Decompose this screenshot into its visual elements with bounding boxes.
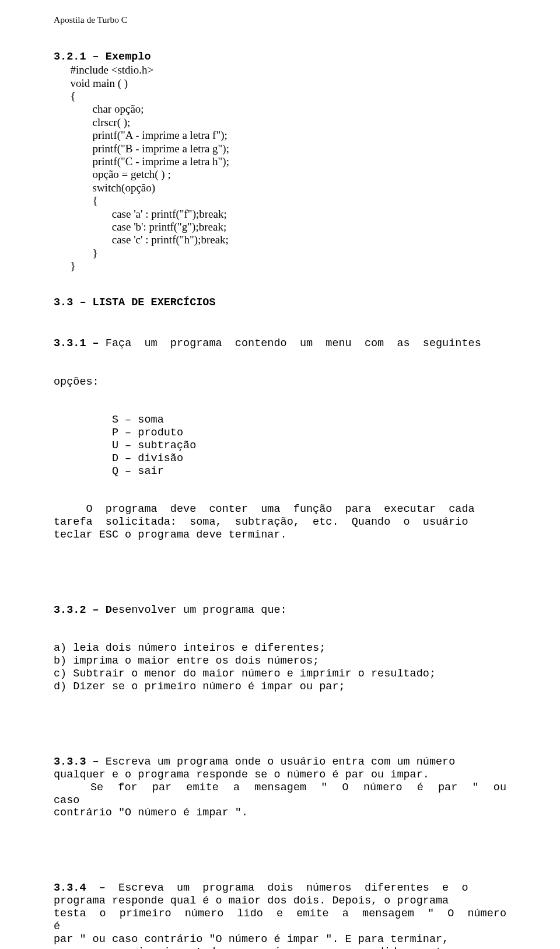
example-title-num: 3.2.1 –: [54, 51, 106, 63]
exercise-3-3-4: 3.3.4 – Escreva um programa dois números…: [54, 857, 506, 949]
exercise-3-3-1: 3.3.1 – Faça um programa contendo um men…: [54, 312, 506, 567]
ex-num: 3.3.4 –: [54, 882, 118, 894]
exercise-list-heading: 3.3 – LISTA DE EXERCÍCIOS: [54, 296, 506, 309]
ex-num: 3.3.2 –: [54, 604, 106, 616]
ex-num: 3.3.3 –: [54, 756, 106, 768]
ex-tail: O programa deve conter uma função para e…: [54, 503, 506, 541]
example-title-word: Exemplo: [106, 51, 151, 63]
exercise-3-3-3: 3.3.3 – Escreva um programa onde o usuár…: [54, 730, 506, 845]
example-title: 3.2.1 – Exemplo: [54, 51, 506, 64]
ex-lead: Faça um programa contendo um menu com as…: [106, 337, 481, 350]
running-header: Apostila de Turbo C: [54, 15, 506, 25]
ex-lead-rest: esenvolver um programa que:: [112, 604, 287, 616]
ex-body: Escreva um programa dois números diferen…: [54, 882, 519, 949]
page: Apostila de Turbo C 3.2.1 – Exemplo #inc…: [0, 0, 560, 949]
exercise-3-3-2: 3.3.2 – Desenvolver um programa que: a) …: [54, 578, 506, 718]
example-code: #include <stdio.h> void main ( ) { char …: [54, 64, 506, 273]
ex-menu: S – soma P – produto U – subtração D – d…: [54, 414, 506, 477]
ex-num: 3.3.1 –: [54, 337, 106, 350]
ex-lead-bold: D: [106, 604, 112, 616]
ex-body: a) leia dois número inteiros e diferente…: [54, 642, 506, 693]
ex-body: Escreva um programa onde o usuário entra…: [54, 756, 519, 819]
ex-line2: opções:: [54, 376, 506, 389]
